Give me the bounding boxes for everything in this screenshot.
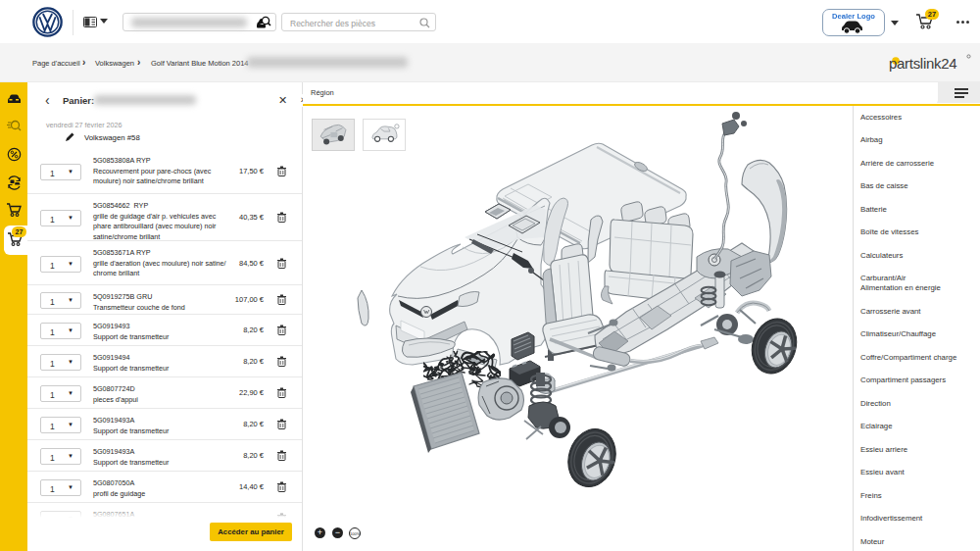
svg-text:partslink24: partslink24 <box>889 55 956 72</box>
